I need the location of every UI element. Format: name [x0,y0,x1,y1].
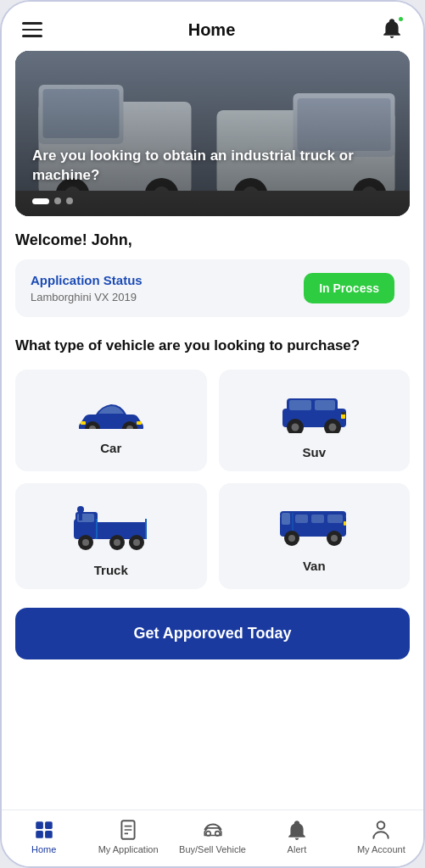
svg-rect-60 [45,821,53,829]
bottom-navigation: Home My Application Buy/Sell Vehicle [2,810,423,866]
svg-point-44 [114,539,120,546]
hero-background [15,51,410,216]
svg-point-28 [292,423,299,431]
svg-rect-52 [311,515,324,523]
vehicle-card-suv[interactable]: Suv [219,370,411,471]
svg-rect-38 [145,519,147,539]
vehicle-card-car[interactable]: Car [15,370,207,471]
nav-item-account[interactable]: My Account [339,819,423,854]
hero-dot-active[interactable] [32,198,49,204]
vehicle-section-title: What type of vehicle are you looking to … [15,336,410,356]
svg-point-46 [133,539,140,546]
nav-label-buysell: Buy/Sell Vehicle [179,844,246,854]
svg-point-42 [82,539,89,546]
hero-dots [32,198,73,204]
van-icon [271,500,356,550]
van-label: Van [303,559,326,573]
page-title: Home [188,20,236,40]
phone-frame: Home [0,0,425,868]
nav-item-buysell[interactable]: Buy/Sell Vehicle [171,819,254,854]
notification-dot [397,15,405,23]
nav-label-home: Home [31,844,56,854]
nav-item-alert[interactable]: Alert [254,819,338,854]
main-content: Welcome! John, Application Status Lambor… [2,216,423,810]
svg-rect-25 [289,400,311,410]
truck-icon [69,500,154,554]
suv-icon [276,387,352,437]
svg-point-55 [288,535,295,542]
svg-rect-26 [315,400,335,410]
nav-item-application[interactable]: My Application [86,819,170,854]
car-label: Car [100,441,121,455]
hero-dot-2[interactable] [54,198,61,204]
svg-rect-62 [45,831,53,838]
vehicle-card-truck[interactable]: Truck [15,483,207,589]
svg-rect-58 [344,521,346,526]
bell-button[interactable] [381,17,403,42]
svg-point-40 [77,506,84,513]
svg-point-57 [331,535,338,542]
get-approved-button[interactable]: Get Apporoved Today [15,608,410,659]
svg-point-30 [329,423,337,431]
suv-label: Suv [302,445,326,459]
truck-label: Truck [94,563,128,577]
svg-rect-22 [81,421,86,425]
hamburger-icon[interactable] [22,22,42,37]
svg-rect-59 [36,821,43,829]
in-process-badge[interactable]: In Process [304,273,394,303]
svg-rect-37 [96,519,98,539]
svg-rect-16 [15,51,410,216]
svg-rect-32 [341,412,345,415]
header: Home [2,2,423,51]
svg-rect-53 [327,515,343,523]
svg-point-69 [377,821,385,829]
nav-item-home[interactable]: Home [2,819,86,854]
welcome-text: Welcome! John, [15,231,410,249]
status-title: Application Status [31,273,143,287]
application-status-card: Application Status Lamborghini VX 2019 I… [15,259,410,317]
vehicle-grid: Car [15,370,410,589]
car-icon [73,387,149,432]
hero-banner: Are you looking to obtain an industrial … [15,51,410,216]
status-subtitle: Lamborghini VX 2019 [31,291,143,303]
nav-label-application: My Application [98,844,159,854]
vehicle-card-van[interactable]: Van [219,483,411,589]
app-status-info: Application Status Lamborghini VX 2019 [31,273,143,303]
hero-dot-3[interactable] [66,198,73,204]
hero-text: Are you looking to obtain an industrial … [32,147,393,186]
svg-rect-61 [36,831,43,838]
svg-rect-21 [137,421,142,425]
svg-rect-50 [282,513,290,525]
nav-label-alert: Alert [288,844,307,854]
svg-rect-51 [295,515,308,523]
nav-label-account: My Account [357,844,405,854]
